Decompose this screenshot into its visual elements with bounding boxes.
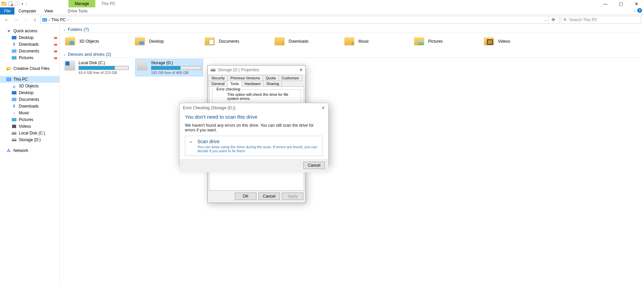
nav-documents[interactable]: Documents 📌: [0, 48, 59, 54]
drive-c-name: Local Disk (C:): [79, 60, 129, 65]
properties-ok-button[interactable]: OK: [235, 193, 256, 200]
network-icon: 🖧: [6, 148, 11, 153]
tab-drive-tools[interactable]: Drive Tools: [64, 7, 92, 14]
nav-documents2[interactable]: Documents: [0, 96, 59, 103]
minimize-button[interactable]: ―: [598, 0, 613, 7]
maximize-button[interactable]: ▢: [613, 0, 629, 7]
folder-downloads[interactable]: Downloads: [273, 34, 342, 48]
folder-music[interactable]: Music: [342, 34, 412, 48]
folder-3dobjects[interactable]: 3D Objects: [63, 34, 133, 48]
nav-label: Documents: [19, 49, 39, 53]
svg-point-6: [7, 69, 8, 70]
folder-documents[interactable]: Documents: [203, 34, 273, 48]
nav-creative-cloud[interactable]: Creative Cloud Files: [0, 65, 59, 72]
pictures-icon: [11, 55, 17, 60]
tab-computer[interactable]: Computer: [14, 7, 40, 14]
nav-desktop2[interactable]: Desktop: [0, 89, 59, 96]
pin-icon: 📌: [53, 55, 58, 60]
videos-icon: [11, 124, 17, 129]
breadcrumb-root[interactable]: ›: [49, 17, 50, 22]
errordlg-cancel-button[interactable]: Cancel: [303, 162, 325, 169]
nav-videos[interactable]: Videos: [0, 123, 59, 130]
contextual-tab-manage[interactable]: Manage: [68, 0, 95, 7]
section-drives-label: Devices and drives (2): [68, 52, 111, 57]
drive-d[interactable]: Storage (D:) 192 GB free of 465 GB: [136, 59, 203, 76]
errordlg-body: We haven't found any errors on this driv…: [185, 123, 323, 132]
label: Downloads: [289, 39, 308, 44]
errordlg-titlebar[interactable]: Error Checking (Storage (D:)) ✕: [180, 103, 328, 113]
tab-customize[interactable]: Customize: [279, 75, 302, 81]
tab-hardware[interactable]: Hardware: [242, 81, 264, 87]
scan-drive-commandlink[interactable]: → Scan drive You can keep using the driv…: [185, 136, 323, 156]
address-dropdown-icon[interactable]: ⌄: [544, 18, 547, 22]
nav-label: Desktop: [19, 90, 34, 95]
tab-security[interactable]: Security: [208, 75, 228, 81]
drive-d-free: 192 GB free of 465 GB: [151, 71, 201, 75]
refresh-button[interactable]: ⟳: [548, 16, 558, 24]
chevron-down-icon: ⌄: [63, 52, 66, 56]
window-title: This PC: [101, 1, 116, 6]
nav-up-button[interactable]: ↑: [31, 16, 39, 24]
tab-previous-versions[interactable]: Previous Versions: [228, 75, 263, 81]
nav-localdisk[interactable]: Local Disk (C:): [0, 130, 59, 136]
qat-customize-icon[interactable]: ▾: [21, 2, 23, 6]
folder-desktop[interactable]: Desktop: [133, 34, 203, 48]
nav-music[interactable]: ♪Music: [0, 110, 59, 116]
nav-forward-button: →: [12, 16, 20, 24]
qat-properties-icon[interactable]: [8, 1, 13, 6]
nav-network[interactable]: 🖧Network: [0, 147, 59, 154]
nav-storage[interactable]: Storage (D:): [0, 136, 59, 143]
thispc-icon: [42, 17, 47, 23]
properties-title: Storage (D:) Properties: [218, 68, 259, 72]
tab-quota[interactable]: Quota: [263, 75, 279, 81]
drive-d-bar: [151, 66, 201, 70]
folder-pictures[interactable]: Pictures: [412, 34, 482, 48]
ribbon-expand-icon[interactable]: ⌄: [633, 9, 636, 12]
breadcrumb-thispc[interactable]: This PC: [51, 17, 69, 22]
section-folders-header[interactable]: ⌄ Folders (7): [63, 27, 641, 33]
tab-general[interactable]: General: [208, 81, 228, 87]
tab-sharing[interactable]: Sharing: [263, 81, 282, 87]
close-button[interactable]: ✕: [629, 0, 644, 7]
tab-file[interactable]: File: [0, 7, 14, 14]
properties-cancel-button[interactable]: Cancel: [258, 193, 280, 200]
errordlg-close-icon[interactable]: ✕: [321, 106, 325, 110]
nav-downloads2[interactable]: ⬇Downloads: [0, 103, 59, 110]
nav-recent-button[interactable]: ⌄: [21, 16, 30, 24]
downloads-icon: ⬇: [11, 42, 17, 47]
desktop-icon: [11, 35, 17, 40]
address-bar[interactable]: › This PC ⌄ ⟳: [40, 16, 559, 24]
nav-label: Creative Cloud Files: [13, 66, 50, 71]
errordlg-title: Error Checking (Storage (D:)): [183, 106, 236, 110]
section-drives-header[interactable]: ⌄ Devices and drives (2): [63, 52, 641, 58]
nav-desktop[interactable]: Desktop 📌: [0, 34, 59, 41]
properties-close-icon[interactable]: ✕: [299, 68, 303, 72]
nav-label: 3D Objects: [19, 84, 39, 88]
label: Music: [358, 39, 369, 44]
nav-pictures2[interactable]: Pictures: [0, 116, 59, 123]
nav-this-pc[interactable]: This PC: [0, 76, 59, 83]
label: Documents: [219, 39, 239, 44]
nav-quick-access[interactable]: ★ Quick access: [0, 28, 59, 34]
nav-downloads[interactable]: ⬇ Downloads 📌: [0, 41, 59, 48]
folder-videos[interactable]: Videos: [482, 34, 552, 48]
qat-newfolder-icon[interactable]: [15, 1, 20, 6]
nav-label: Desktop: [19, 35, 34, 40]
arrow-right-icon: →: [188, 139, 193, 145]
nav-label: Downloads: [19, 42, 39, 47]
properties-apply-button: Apply: [282, 193, 303, 200]
drive-c-free: 63.4 GB free of 223 GB: [79, 71, 129, 75]
properties-titlebar[interactable]: Storage (D:) Properties ✕: [208, 66, 305, 74]
search-box[interactable]: 🔍︎ Search This PC: [561, 16, 641, 24]
nav-back-button[interactable]: ←: [3, 16, 11, 24]
error-checking-legend: Error checking: [215, 87, 242, 91]
tab-tools[interactable]: Tools: [227, 81, 242, 87]
drive-c[interactable]: Local Disk (C:) 63.4 GB free of 223 GB: [63, 59, 130, 76]
tab-view[interactable]: View: [40, 7, 57, 14]
label: Desktop: [149, 39, 164, 44]
nav-pictures[interactable]: Pictures 📌: [0, 54, 59, 61]
help-icon[interactable]: ?: [637, 8, 642, 13]
ribbon-tabs: File Computer View Drive Tools ⌄ ?: [0, 7, 644, 15]
errordlg-headline: You don't need to scan this drive: [185, 114, 323, 120]
nav-3dobjects[interactable]: ◭3D Objects: [0, 83, 59, 89]
